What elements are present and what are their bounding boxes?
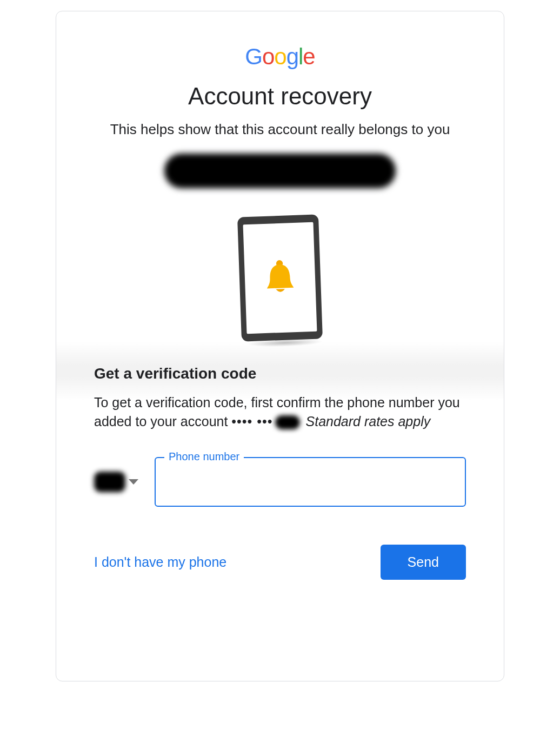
chevron-down-icon xyxy=(129,479,138,485)
phone-number-input[interactable] xyxy=(155,457,466,507)
phone-field-label: Phone number xyxy=(164,451,244,463)
send-button[interactable]: Send xyxy=(381,545,466,580)
redacted-digits xyxy=(275,415,300,429)
google-logo: Google xyxy=(94,44,466,70)
action-row: I don't have my phone Send xyxy=(94,545,466,580)
page-title: Account recovery xyxy=(94,83,466,110)
logo-letter: G xyxy=(245,44,262,69)
phone-field-wrap: Phone number xyxy=(155,457,466,507)
account-chip[interactable] xyxy=(164,153,396,189)
bell-icon xyxy=(262,259,298,297)
rates-note: Standard rates apply xyxy=(306,414,431,429)
logo-letter: o xyxy=(274,44,286,69)
logo-letter: o xyxy=(262,44,274,69)
logo-letter: e xyxy=(303,44,315,69)
phone-illustration xyxy=(237,214,323,341)
phone-input-row: Phone number xyxy=(94,457,466,507)
decorative-shadow xyxy=(56,341,504,401)
no-phone-link[interactable]: I don't have my phone xyxy=(94,549,226,575)
page-subtitle: This helps show that this account really… xyxy=(96,120,464,140)
phone-screen xyxy=(243,222,317,333)
masked-phone-hint: •••• ••• xyxy=(231,414,272,429)
country-flag-icon xyxy=(94,472,125,492)
phone-frame-icon xyxy=(237,214,323,341)
recovery-card: Google Account recovery This helps show … xyxy=(56,11,504,681)
country-code-selector[interactable] xyxy=(94,472,138,492)
logo-letter: g xyxy=(286,44,298,69)
